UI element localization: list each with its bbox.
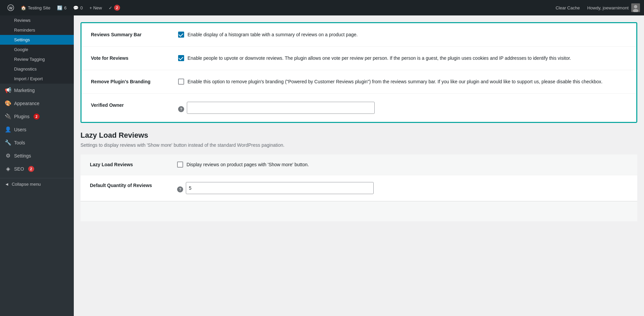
clear-cache-button[interactable]: Clear Cache: [552, 0, 583, 15]
bottom-hint-row: [80, 201, 637, 221]
lazy-load-reviews-desc: Display reviews on product pages with 'S…: [186, 161, 309, 168]
reviews-summary-bar-label: Reviews Summary Bar: [91, 31, 178, 37]
collapse-menu-button[interactable]: ◄ Collapse menu: [0, 178, 74, 190]
megaphone-icon: 📢: [5, 87, 11, 93]
sidebar-item-diagnostics[interactable]: Diagnostics: [0, 64, 74, 74]
updates-icon: 🔄: [57, 5, 62, 10]
topbar: W 🏠 Testing Site 🔄 6 💬 0 + New ✓ 2 Clear…: [0, 0, 644, 15]
default-quantity-label: Default Quantity of Reviews: [90, 182, 177, 188]
sidebar-item-import-export[interactable]: Import / Export: [0, 74, 74, 84]
seo-icon: ◈: [5, 166, 11, 172]
lazy-load-description: Settings to display reviews with 'Show m…: [80, 142, 637, 148]
plugins-label: Plugins: [14, 114, 30, 119]
lazy-load-title: Lazy Load Reviews: [80, 131, 637, 140]
avatar: [631, 3, 640, 12]
reviews-summary-bar-checkbox[interactable]: [178, 32, 184, 38]
sidebar-review-tagging-label: Review Tagging: [14, 57, 45, 62]
remove-branding-row: Remove Plugin's Branding Enable this opt…: [82, 70, 636, 94]
new-button[interactable]: + New: [86, 0, 105, 15]
seo-badge: 2: [28, 166, 34, 172]
sidebar-settings-label: Settings: [14, 37, 30, 42]
sidebar-item-settings[interactable]: Settings: [0, 35, 74, 45]
settings-box: Reviews Summary Bar Enable display of a …: [80, 22, 637, 123]
seo-label: SEO: [14, 166, 24, 172]
plugin-icon: ✓: [109, 5, 112, 10]
sidebar-item-review-tagging[interactable]: Review Tagging: [0, 54, 74, 64]
tools-icon: 🔧: [5, 139, 11, 146]
settings-icon: ⚙: [5, 152, 11, 159]
verified-owner-content: ?: [178, 102, 627, 114]
reviews-summary-bar-desc: Enable display of a histogram table with…: [187, 31, 358, 38]
svg-point-3: [634, 5, 637, 8]
remove-branding-label: Remove Plugin's Branding: [91, 78, 178, 84]
lazy-load-reviews-checkbox[interactable]: [177, 162, 183, 168]
vote-for-reviews-desc: Enable people to upvote or downvote revi…: [187, 55, 571, 62]
vote-for-reviews-label: Vote for Reviews: [91, 55, 178, 61]
sidebar-reviews-label: Reviews: [14, 18, 31, 23]
main-content: Reviews Summary Bar Enable display of a …: [74, 15, 644, 316]
lazy-load-reviews-label: Lazy Load Reviews: [90, 161, 177, 167]
svg-text:W: W: [9, 6, 13, 10]
comments-button[interactable]: 💬 0: [70, 0, 86, 15]
plugin-badge: 2: [114, 5, 120, 11]
collapse-label: Collapse menu: [12, 182, 41, 187]
appearance-icon: 🎨: [5, 100, 11, 106]
verified-owner-label: Verified Owner: [91, 102, 178, 108]
updates-button[interactable]: 🔄 6: [54, 0, 70, 15]
reviews-summary-bar-row: Reviews Summary Bar Enable display of a …: [82, 23, 636, 47]
users-icon: 👤: [5, 126, 11, 133]
default-quantity-input[interactable]: [186, 182, 374, 194]
wp-settings-label: Settings: [14, 153, 31, 159]
remove-branding-checkbox[interactable]: [178, 79, 184, 85]
comments-icon: 💬: [73, 5, 78, 10]
sidebar-item-reviews[interactable]: Reviews: [0, 15, 74, 25]
wp-logo-button[interactable]: W: [4, 0, 17, 15]
sidebar-import-export-label: Import / Export: [14, 76, 43, 81]
verified-owner-help-icon[interactable]: ?: [178, 106, 184, 112]
collapse-icon: ◄: [5, 182, 9, 187]
home-icon: 🏠: [21, 5, 26, 10]
reviews-summary-bar-content: Enable display of a histogram table with…: [178, 31, 627, 38]
remove-branding-desc: Enable this option to remove plugin's br…: [187, 78, 602, 85]
sidebar-item-reminders[interactable]: Reminders: [0, 25, 74, 35]
default-quantity-content: ?: [177, 182, 628, 194]
sidebar-item-marketing[interactable]: 📢 Marketing: [0, 84, 74, 97]
user-menu[interactable]: Howdy, joewarnimont: [587, 3, 640, 12]
sidebar-reminders-label: Reminders: [14, 28, 35, 33]
users-label: Users: [14, 127, 26, 132]
sidebar-item-seo[interactable]: ◈ SEO 2: [0, 162, 74, 175]
plugins-badge: 2: [34, 114, 40, 120]
sidebar-item-plugins[interactable]: 🔌 Plugins 2: [0, 110, 74, 123]
vote-for-reviews-content: Enable people to upvote or downvote revi…: [178, 55, 627, 62]
plugins-icon: 🔌: [5, 113, 11, 120]
sidebar-item-appearance[interactable]: 🎨 Appearance: [0, 97, 74, 110]
verified-owner-input[interactable]: [187, 102, 375, 114]
lazy-load-reviews-content: Display reviews on product pages with 'S…: [177, 161, 628, 168]
verified-owner-row: Verified Owner ?: [82, 94, 636, 122]
vote-for-reviews-row: Vote for Reviews Enable people to upvote…: [82, 47, 636, 70]
plugin-button[interactable]: ✓ 2: [105, 0, 123, 15]
sidebar-item-google[interactable]: Google: [0, 45, 74, 54]
marketing-label: Marketing: [14, 88, 35, 93]
sidebar-item-tools[interactable]: 🔧 Tools: [0, 136, 74, 149]
sidebar-google-label: Google: [14, 47, 28, 52]
sidebar-diagnostics-label: Diagnostics: [14, 66, 37, 72]
lazy-load-section: Lazy Load Reviews Settings to display re…: [80, 131, 637, 221]
lazy-load-reviews-row: Lazy Load Reviews Display reviews on pro…: [80, 154, 637, 175]
default-quantity-help-icon[interactable]: ?: [177, 186, 183, 192]
sidebar: Reviews Reminders Settings Google Review…: [0, 15, 74, 316]
default-quantity-row: Default Quantity of Reviews ?: [80, 175, 637, 201]
tools-label: Tools: [14, 140, 25, 145]
site-name[interactable]: 🏠 Testing Site: [17, 0, 54, 15]
sidebar-item-wp-settings[interactable]: ⚙ Settings: [0, 149, 74, 162]
remove-branding-content: Enable this option to remove plugin's br…: [178, 78, 627, 85]
sidebar-item-users[interactable]: 👤 Users: [0, 123, 74, 136]
appearance-label: Appearance: [14, 101, 40, 106]
vote-for-reviews-checkbox[interactable]: [178, 55, 184, 61]
